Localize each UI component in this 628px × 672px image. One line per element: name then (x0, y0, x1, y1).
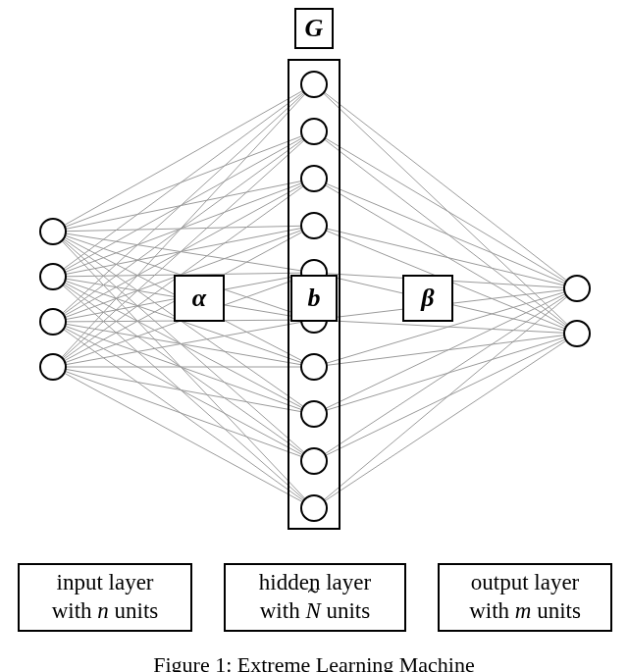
hidden-var: N (305, 597, 320, 626)
svg-line-57 (314, 334, 577, 461)
svg-line-13 (53, 226, 314, 277)
svg-line-32 (53, 179, 314, 367)
input-node (39, 353, 67, 381)
svg-line-12 (53, 179, 314, 277)
beta-box: β (402, 275, 453, 322)
svg-line-53 (314, 334, 577, 367)
hidden-node (300, 118, 328, 145)
svg-line-0 (53, 84, 314, 232)
svg-line-51 (314, 320, 577, 334)
svg-line-37 (53, 367, 314, 414)
svg-line-35 (53, 320, 314, 367)
svg-line-30 (53, 84, 314, 367)
svg-line-59 (314, 334, 577, 508)
output-layer-description: output layer with m units (438, 563, 612, 632)
hidden-node (300, 400, 328, 428)
svg-line-40 (314, 84, 577, 288)
svg-line-28 (53, 322, 314, 461)
hidden-layer-description: hidden layer with N units (224, 563, 406, 632)
alpha-box: α (174, 275, 225, 322)
svg-line-55 (314, 334, 577, 414)
svg-line-4 (53, 232, 314, 273)
svg-line-27 (53, 322, 314, 414)
svg-line-1 (53, 131, 314, 232)
input-node (39, 218, 67, 245)
bias-label: b (308, 284, 321, 313)
bias-box: b (290, 275, 338, 322)
input-var: n (97, 598, 109, 623)
diagram-canvas: G α b β input layer with n units hidden … (0, 0, 628, 672)
hidden-node (300, 165, 328, 192)
hidden-node (300, 447, 328, 475)
svg-line-31 (53, 131, 314, 367)
hidden-node (300, 212, 328, 239)
hidden-node (300, 494, 328, 522)
svg-line-8 (53, 232, 314, 461)
input-layer-description: input layer with n units (18, 563, 192, 632)
activation-function-label: G (305, 14, 324, 43)
svg-line-9 (53, 232, 314, 508)
svg-line-3 (53, 226, 314, 232)
input-line2-prefix: with (52, 598, 98, 623)
svg-line-38 (53, 367, 314, 461)
svg-line-42 (314, 131, 577, 288)
svg-line-26 (53, 322, 314, 367)
input-node (39, 263, 67, 290)
input-node (39, 308, 67, 336)
svg-line-44 (314, 179, 577, 288)
hidden-node (300, 353, 328, 381)
hidden-line2-prefix: with (260, 598, 306, 623)
output-node (563, 320, 591, 347)
hidden-node (300, 71, 328, 98)
svg-line-29 (53, 322, 314, 508)
output-line1: output layer (471, 570, 580, 594)
output-node (563, 275, 591, 302)
figure-caption: Figure 1: Extreme Learning Machine (0, 652, 628, 672)
output-line2-suffix: units (531, 598, 580, 623)
output-line2-prefix: with (469, 598, 515, 623)
svg-line-7 (53, 232, 314, 414)
svg-line-39 (53, 367, 314, 508)
hidden-line2-suffix: units (321, 598, 370, 623)
svg-line-10 (53, 84, 314, 277)
input-line1: input layer (57, 570, 154, 594)
input-line2-suffix: units (109, 598, 158, 623)
svg-line-2 (53, 179, 314, 232)
beta-label: β (421, 284, 434, 313)
alpha-label: α (192, 284, 206, 313)
output-var: m (515, 598, 532, 623)
svg-line-11 (53, 131, 314, 277)
activation-function-box: G (294, 8, 334, 49)
